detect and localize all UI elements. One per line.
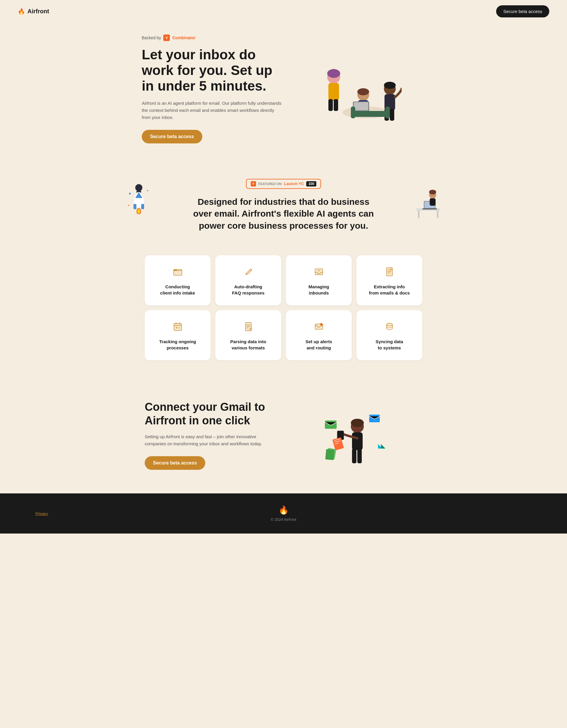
- document-icon: [383, 265, 397, 279]
- cards-grid-row1: Conductingclient info intake Auto-drafti…: [145, 255, 422, 305]
- footer: Privacy 🔥 © 2024 Airfront: [0, 493, 567, 534]
- svg-point-50: [387, 323, 393, 326]
- svg-rect-24: [141, 204, 144, 209]
- card-label-alerts: Set up alertsand routing: [293, 338, 345, 351]
- database-icon: [383, 320, 397, 334]
- svg-rect-4: [334, 99, 338, 111]
- desk-illustration: [414, 185, 443, 221]
- navigation: 🔥 Airfront Secure beta access: [0, 0, 567, 23]
- cards-grid-row2: Tracking ongoingprocesses Parsing data i…: [145, 310, 422, 360]
- gmail-description: Setting up Airfront is easy and fast – j…: [145, 433, 274, 447]
- svg-rect-3: [329, 99, 333, 111]
- gmail-illustration-svg: [316, 403, 399, 468]
- launch-yc-icon: Y: [251, 181, 256, 187]
- card-managing: Managinginbounds: [286, 255, 352, 305]
- svg-point-19: [135, 184, 142, 191]
- card-label-syncing: Syncing datato systems: [364, 338, 415, 351]
- svg-point-28: [147, 190, 148, 191]
- gmail-title: Connect your Gmail to Airfront in one cl…: [145, 400, 274, 427]
- industries-title: Designed for industries that do business…: [192, 196, 375, 232]
- card-label-parsing: Parsing data intovarious formats: [222, 338, 274, 351]
- pencil-icon: [241, 265, 255, 279]
- hero-illustration: [284, 53, 425, 124]
- svg-rect-54: [352, 449, 357, 463]
- card-parsing: Parsing data intovarious formats: [215, 310, 281, 360]
- cards-section: Conductingclient info intake Auto-drafti…: [121, 255, 446, 389]
- yc-logo-icon: Y: [163, 35, 170, 41]
- svg-rect-43: [174, 323, 182, 331]
- gmail-cta-button[interactable]: Secure beta access: [145, 456, 205, 470]
- svg-rect-9: [354, 102, 368, 110]
- launch-badge[interactable]: Y FEATURED ON Launch YC 100: [246, 179, 321, 189]
- launch-yc-text: Launch YC: [284, 181, 304, 186]
- svg-point-27: [129, 193, 131, 194]
- svg-rect-53: [352, 432, 363, 450]
- launch-number: 100: [306, 181, 316, 187]
- inbox-icon: [312, 265, 326, 279]
- gmail-section: Connect your Gmail to Airfront in one cl…: [121, 389, 446, 493]
- svg-rect-44: [176, 327, 177, 328]
- svg-rect-35: [422, 208, 437, 210]
- svg-point-29: [128, 205, 129, 206]
- card-label-managing: Managinginbounds: [293, 284, 345, 296]
- svg-point-37: [429, 190, 436, 194]
- ycombinator-name: Combinator: [172, 35, 195, 40]
- svg-rect-14: [390, 109, 394, 121]
- nav-cta-button[interactable]: Secure beta access: [496, 5, 549, 17]
- hero-section: Backed by Y Combinator Let your inbox do…: [0, 23, 567, 167]
- desk-svg: [414, 185, 443, 220]
- svg-rect-2: [329, 83, 339, 101]
- logo-text: Airfront: [27, 8, 49, 15]
- card-label-conducting: Conductingclient info intake: [152, 284, 203, 296]
- mail-icon: [312, 320, 326, 334]
- folder-icon: [171, 265, 185, 279]
- footer-row: Privacy 🔥 © 2024 Airfront: [18, 505, 549, 522]
- card-auto-drafting: Auto-draftingFAQ responses: [215, 255, 281, 305]
- logo-icon: 🔥: [18, 8, 25, 15]
- card-extracting: Extracting infofrom emails & docs: [357, 255, 422, 305]
- logo: 🔥 Airfront: [18, 8, 49, 15]
- hero-cta-button[interactable]: Secure beta access: [142, 130, 202, 143]
- industries-section: Y FEATURED ON Launch YC 100 Designed for…: [106, 167, 461, 256]
- hero-description: Airfront is an AI agent platform for ema…: [142, 100, 284, 121]
- gmail-illustration: [293, 403, 422, 468]
- hero-illustration-svg: [307, 53, 402, 124]
- hero-content: Backed by Y Combinator Let your inbox do…: [142, 35, 284, 143]
- footer-inner: 🔥 © 2024 Airfront: [271, 505, 297, 522]
- svg-rect-45: [178, 327, 180, 328]
- svg-rect-17: [351, 107, 355, 118]
- svg-rect-16: [353, 111, 388, 117]
- file-text-icon: [241, 320, 255, 334]
- svg-point-49: [320, 323, 323, 325]
- gmail-content: Connect your Gmail to Airfront in one cl…: [145, 400, 274, 470]
- svg-rect-63: [325, 449, 334, 460]
- footer-logo-icon: 🔥: [278, 505, 289, 515]
- card-label-auto-drafting: Auto-draftingFAQ responses: [222, 284, 274, 296]
- footer-copyright: © 2024 Airfront: [271, 517, 297, 522]
- svg-point-41: [318, 270, 320, 271]
- svg-point-15: [384, 82, 396, 89]
- card-alerts: Set up alertsand routing: [286, 310, 352, 360]
- svg-rect-23: [133, 204, 136, 209]
- hero-title: Let your inbox do work for you. Set up i…: [142, 47, 284, 94]
- svg-point-52: [351, 419, 364, 427]
- rocket-illustration: [124, 179, 153, 215]
- backed-by-label: Backed by Y Combinator: [142, 35, 284, 41]
- card-syncing: Syncing datato systems: [357, 310, 422, 360]
- svg-rect-55: [357, 449, 362, 463]
- launch-featured-text: FEATURED ON: [258, 182, 282, 186]
- privacy-link[interactable]: Privacy: [35, 511, 48, 516]
- svg-rect-32: [437, 211, 439, 218]
- card-label-tracking: Tracking ongoingprocesses: [152, 338, 203, 351]
- card-label-extracting: Extracting infofrom emails & docs: [364, 284, 415, 296]
- rocket-svg: [124, 179, 153, 214]
- svg-point-5: [327, 69, 340, 78]
- calendar-icon: [171, 320, 185, 334]
- backed-by-text: Backed by: [142, 35, 161, 40]
- svg-rect-18: [385, 107, 390, 118]
- card-tracking: Tracking ongoingprocesses: [145, 310, 210, 360]
- svg-rect-38: [430, 198, 436, 206]
- svg-point-10: [357, 88, 369, 95]
- svg-marker-61: [381, 444, 385, 449]
- svg-rect-31: [418, 211, 420, 218]
